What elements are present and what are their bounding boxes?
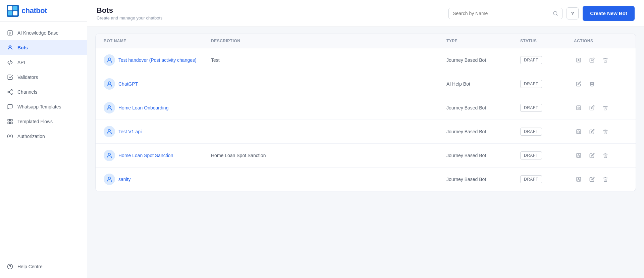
sidebar-item-validators[interactable]: Validators xyxy=(0,70,87,85)
bot-status: DRAFT xyxy=(520,128,574,136)
sidebar-item-api[interactable]: API xyxy=(0,55,87,70)
bots-table: Bot Name Description Type Status Actions… xyxy=(95,34,636,191)
svg-point-10 xyxy=(9,46,9,47)
svg-rect-31 xyxy=(577,106,581,110)
svg-rect-28 xyxy=(577,58,581,62)
sidebar-nav: AI Knowledge Base Bots API Validators xyxy=(0,21,87,255)
api-icon xyxy=(7,59,13,66)
sidebar-item-label-templated-flows: Templated Flows xyxy=(17,119,53,125)
page-title: Bots xyxy=(97,6,163,15)
col-header-actions: Actions xyxy=(574,39,628,43)
bot-type: Journey Based Bot xyxy=(446,57,520,63)
bot-actions xyxy=(574,79,628,89)
create-new-bot-button[interactable]: Create New Bot xyxy=(583,6,635,21)
bot-name-link[interactable]: sanity xyxy=(118,177,131,182)
svg-point-29 xyxy=(108,82,111,84)
bot-status: DRAFT xyxy=(520,151,574,159)
table-row: Home Loan Spot Sanction Home Loan Spot S… xyxy=(96,144,636,168)
svg-point-32 xyxy=(108,129,111,132)
bot-status: DRAFT xyxy=(520,175,574,183)
svg-rect-35 xyxy=(577,153,581,157)
main-content: Bots Create and manage your chatbots ? C… xyxy=(87,0,644,278)
bot-icon xyxy=(7,44,13,51)
delete-button[interactable] xyxy=(601,103,610,112)
header-right: ? Create New Bot xyxy=(448,6,635,21)
sidebar-item-ai-knowledge-base[interactable]: AI Knowledge Base xyxy=(0,26,87,40)
avatar xyxy=(104,102,115,113)
document-icon xyxy=(7,30,13,36)
sidebar-item-channels[interactable]: Channels xyxy=(0,85,87,99)
bot-name-link[interactable]: Test V1 api xyxy=(118,129,142,134)
edit-button[interactable] xyxy=(587,175,597,184)
table-container: Bot Name Description Type Status Actions… xyxy=(87,27,644,278)
avatar xyxy=(104,126,115,137)
edit-button[interactable] xyxy=(587,103,597,112)
svg-point-30 xyxy=(108,105,111,108)
bot-actions xyxy=(574,103,628,112)
table-header: Bot Name Description Type Status Actions xyxy=(96,34,636,48)
status-badge: DRAFT xyxy=(520,151,542,159)
validators-icon xyxy=(7,74,13,81)
sidebar-item-authorization[interactable]: Authorization xyxy=(0,129,87,144)
analytics-button[interactable] xyxy=(574,175,583,184)
bot-type: AI Help Bot xyxy=(446,81,520,87)
edit-button[interactable] xyxy=(574,79,583,89)
bot-name-link[interactable]: Home Loan Spot Sanction xyxy=(118,153,173,158)
bot-name-link[interactable]: Home Loan Onboarding xyxy=(118,105,168,110)
whatsapp-icon xyxy=(7,103,13,110)
search-input[interactable] xyxy=(453,11,550,16)
bot-actions xyxy=(574,175,628,184)
svg-rect-18 xyxy=(8,119,9,121)
search-box[interactable] xyxy=(448,8,562,19)
sidebar-item-whatsapp-templates[interactable]: Whatsapp Templates xyxy=(0,99,87,114)
edit-button[interactable] xyxy=(587,127,597,136)
svg-rect-37 xyxy=(577,177,581,181)
page-header: Bots Create and manage your chatbots ? C… xyxy=(87,0,644,27)
sidebar-footer: Help Centre xyxy=(0,255,87,278)
search-icon xyxy=(553,11,558,16)
sidebar-item-bots[interactable]: Bots xyxy=(0,40,87,55)
channels-icon xyxy=(7,89,13,95)
sidebar-item-label-authorization: Authorization xyxy=(17,133,45,139)
bot-name-link[interactable]: ChatGPT xyxy=(118,81,138,87)
svg-line-12 xyxy=(10,60,11,64)
table-row: Home Loan Onboarding Journey Based Bot D… xyxy=(96,96,636,120)
svg-rect-2 xyxy=(13,6,17,10)
bot-status: DRAFT xyxy=(520,104,574,112)
sidebar-item-label-bots: Bots xyxy=(17,45,28,51)
avatar xyxy=(104,150,115,161)
help-button[interactable]: ? xyxy=(567,7,579,19)
sidebar-item-label-help-centre: Help Centre xyxy=(17,264,43,270)
bot-name-link[interactable]: Test handover (Post activity changes) xyxy=(118,57,197,63)
sidebar-item-label-whatsapp-templates: Whatsapp Templates xyxy=(17,104,61,110)
delete-button[interactable] xyxy=(601,175,610,184)
status-badge: DRAFT xyxy=(520,56,542,64)
delete-button[interactable] xyxy=(601,55,610,65)
analytics-button[interactable] xyxy=(574,127,583,136)
auth-icon xyxy=(7,133,13,140)
delete-button[interactable] xyxy=(601,127,610,136)
analytics-button[interactable] xyxy=(574,151,583,160)
help-icon xyxy=(7,263,13,270)
avatar xyxy=(104,174,115,185)
sidebar-item-help-centre[interactable]: Help Centre xyxy=(0,259,87,274)
edit-button[interactable] xyxy=(587,55,597,65)
status-badge: DRAFT xyxy=(520,128,542,136)
bot-description: Home Loan Spot Sanction xyxy=(211,153,446,158)
sidebar-item-templated-flows[interactable]: Templated Flows xyxy=(0,114,87,129)
bot-type: Journey Based Bot xyxy=(446,153,520,158)
bot-description: Test xyxy=(211,57,446,63)
analytics-button[interactable] xyxy=(574,103,583,112)
logo: chatbot xyxy=(0,0,87,21)
bot-status: DRAFT xyxy=(520,56,574,64)
delete-button[interactable] xyxy=(587,79,597,89)
status-badge: DRAFT xyxy=(520,80,542,88)
delete-button[interactable] xyxy=(601,151,610,160)
analytics-button[interactable] xyxy=(574,55,583,65)
avatar xyxy=(104,78,115,90)
header-left: Bots Create and manage your chatbots xyxy=(97,6,163,20)
edit-button[interactable] xyxy=(587,151,597,160)
logo-text: chatbot xyxy=(21,6,47,15)
bot-name-cell: Test V1 api xyxy=(104,126,211,137)
page-subtitle: Create and manage your chatbots xyxy=(97,15,163,20)
